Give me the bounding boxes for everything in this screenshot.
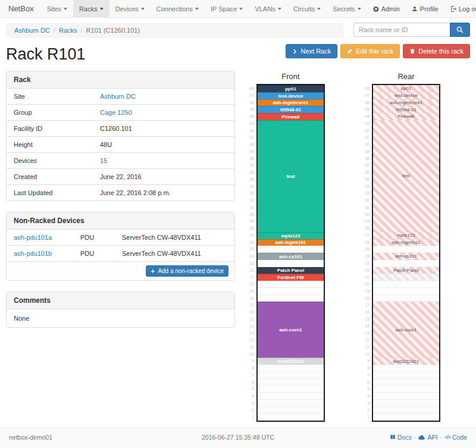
device-role-cell: PDU [73,230,115,245]
rack-unit-device[interactable]: Fortinet FW [258,274,324,281]
unit-number: 29 [361,218,369,225]
front-elevation: Front 4847464544434241403938373635343332… [246,71,325,422]
breadcrumb-item[interactable]: Racks [59,27,77,34]
next-rack-button[interactable]: Next Rack [286,44,337,58]
table-row: Devices15 [7,152,234,168]
rack-unit-device[interactable]: mpls123 [258,232,324,239]
rack-unit-device[interactable]: Firewall [258,113,324,120]
netbox-brand[interactable]: NetBox [6,0,41,17]
rack-unit-device[interactable]: pp01 [258,85,324,92]
nav-item-label: Log out [459,5,476,12]
rack-unit-device[interactable]: N5548-01 [258,106,324,113]
cloud-icon [418,434,425,440]
plus-icon [151,269,155,274]
add-non-racked-device-button[interactable]: Add a non-racked device [146,265,228,277]
chevron-down-icon [64,8,67,10]
logout-icon [450,6,456,12]
unit-number: 40 [246,141,254,148]
nav-item-vlans[interactable]: VLANs [249,0,287,17]
nav-item-sites[interactable]: Sites [41,0,73,17]
nav-item-secrets[interactable]: Secrets [327,0,367,17]
nav-item-ip-space[interactable]: IP Space [205,0,249,17]
unit-number: 32 [361,197,369,204]
device-link[interactable]: ash-pdu101b [14,250,52,257]
footer-link-code[interactable]: </>Code [444,434,467,441]
rack-unit-empty [373,365,439,372]
rack-unit-device[interactable]: ash-mgmt101 [258,239,324,246]
unit-number: 30 [246,211,254,218]
nav-item-devices[interactable]: Devices [109,0,151,17]
unit-number: 22 [246,267,254,274]
attr-value: Ashburn DC [93,89,234,104]
attr-label: Devices [7,153,93,168]
footer-link-api[interactable]: API [418,434,437,441]
rack-unit-device[interactable]: test3232421 [373,358,439,365]
rack-unit-device[interactable]: pp01 [373,85,439,92]
rack-unit-device[interactable]: test-device [373,92,439,99]
unit-number: 18 [246,295,254,302]
rack-unit-device[interactable]: N5548-01 [373,106,439,113]
delete-this-rack-button[interactable]: Delete this rack [403,44,470,58]
unit-number: 45 [361,106,369,113]
nav-item-profile[interactable]: Profile [406,0,444,17]
search-button[interactable] [450,23,470,37]
search-input[interactable] [353,23,450,37]
device-link[interactable]: ash-pdu101a [14,234,52,241]
nav-item-connections[interactable]: Connections [151,0,205,17]
nav-item-label: Devices [115,5,139,12]
edit-this-rack-button[interactable]: Edit this rack [340,44,400,58]
unit-number: 16 [361,309,369,316]
rack-unit-device[interactable] [373,274,439,281]
breadcrumb-item[interactable]: Ashburn DC [14,27,50,34]
rack-unit-device[interactable]: ash-core1 [258,302,324,358]
device-name-cell: ash-pdu101b [7,246,73,261]
nav-item-racks[interactable]: Racks [73,0,109,17]
unit-number: 20 [361,281,369,288]
attr-value-link[interactable]: Cage 1250 [100,109,132,116]
nav-item-label: Connections [156,5,193,12]
footer-link-docs[interactable]: Docs [390,434,412,441]
rack-unit-device[interactable]: ash-core1 [373,302,439,358]
table-row: Last UpdatedJune 22, 2016 2:08 p.m. [7,184,234,200]
rack-unit-device[interactable]: ash-mgmtcore1 [258,99,324,106]
attr-value-link[interactable]: 15 [100,157,107,164]
rack-unit-empty [258,288,324,295]
unit-number: 2 [361,407,369,414]
nav-item-log-out[interactable]: Log out [444,0,476,17]
rack-unit-device[interactable]: ash-cs101 [258,253,324,260]
rack-unit-device[interactable]: ash-cs101 [373,253,439,260]
unit-number: 36 [246,169,254,176]
rack-unit-device[interactable]: test-device [258,92,324,99]
rack-unit-empty [258,386,324,393]
rack-unit-device[interactable]: test [258,120,324,232]
rack-unit-empty [373,281,439,288]
rack-panel: Rack SiteAshburn DCGroupCage 1250Facilit… [6,71,235,201]
nav-item-circuits[interactable]: Circuits [287,0,327,17]
rack-unit-device[interactable]: Firewall [373,113,439,120]
unit-number: 10 [361,351,369,358]
code-icon: </> [444,435,450,440]
unit-number: 5 [361,386,369,393]
device-name-cell: ash-pdu101a [7,230,73,245]
attr-value-link[interactable]: Ashburn DC [100,93,136,100]
unit-number: 13 [246,330,254,337]
unit-number: 15 [246,316,254,323]
unit-number: 30 [361,211,369,218]
rack-unit-device[interactable]: ash-mgmtcore1 [373,99,439,106]
rack-unit-device[interactable]: test3232421 [258,358,324,365]
attr-label: Height [7,137,93,152]
rack-unit-device[interactable]: Patch Panel [258,267,324,274]
chevron-right-icon [292,49,298,54]
unit-number: 37 [246,162,254,169]
nav-item-admin[interactable]: Admin [367,0,406,17]
table-row: ash-pdu101bPDUServerTech CW-48VDX411 [7,246,234,262]
main-menu: SitesRacksDevicesConnectionsIP SpaceVLAN… [41,0,367,17]
rack-unit-device[interactable]: test [373,120,439,232]
rack-unit-empty [258,413,324,421]
rack-unit-device[interactable]: ash-mgmt101 [373,239,439,246]
rack-unit-device[interactable]: Patch Panel [373,267,439,274]
info-column: Rack SiteAshburn DCGroupCage 1250Facilit… [6,71,235,339]
rack-unit-device[interactable]: mpls123 [373,232,439,239]
nav-item-label: Admin [381,5,400,12]
table-row: CreatedJune 22, 2016 [7,168,234,184]
